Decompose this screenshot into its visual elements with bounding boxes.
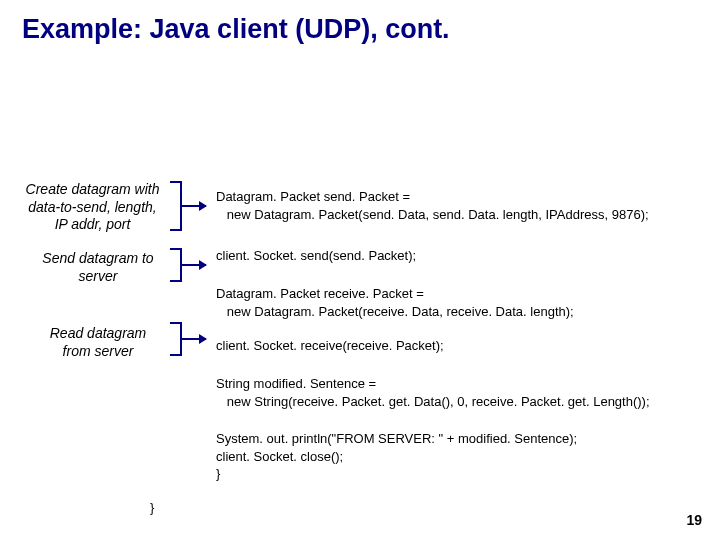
bracket-icon bbox=[168, 322, 182, 356]
annotation-read-datagram: Read datagram from server bbox=[38, 325, 158, 360]
code-block-6: System. out. println("FROM SERVER: " + m… bbox=[216, 430, 577, 483]
code-block-2: client. Socket. send(send. Packet); bbox=[216, 247, 416, 265]
annotation-send-datagram: Send datagram to server bbox=[38, 250, 158, 285]
arrow-right-icon bbox=[182, 338, 206, 340]
code-block-3: Datagram. Packet receive. Packet = new D… bbox=[216, 285, 574, 320]
code-closing-brace: } bbox=[150, 500, 154, 515]
arrow-right-icon bbox=[182, 205, 206, 207]
bracket-icon bbox=[168, 248, 182, 282]
arrow-right-icon bbox=[182, 264, 206, 266]
bracket-icon bbox=[168, 181, 182, 231]
page-number: 19 bbox=[686, 512, 702, 528]
code-block-4: client. Socket. receive(receive. Packet)… bbox=[216, 337, 444, 355]
slide-title: Example: Java client (UDP), cont. bbox=[0, 0, 720, 45]
annotation-create-datagram: Create datagram with data-to-send, lengt… bbox=[20, 181, 165, 234]
code-block-1: Datagram. Packet send. Packet = new Data… bbox=[216, 188, 649, 223]
code-block-5: String modified. Sentence = new String(r… bbox=[216, 375, 650, 410]
